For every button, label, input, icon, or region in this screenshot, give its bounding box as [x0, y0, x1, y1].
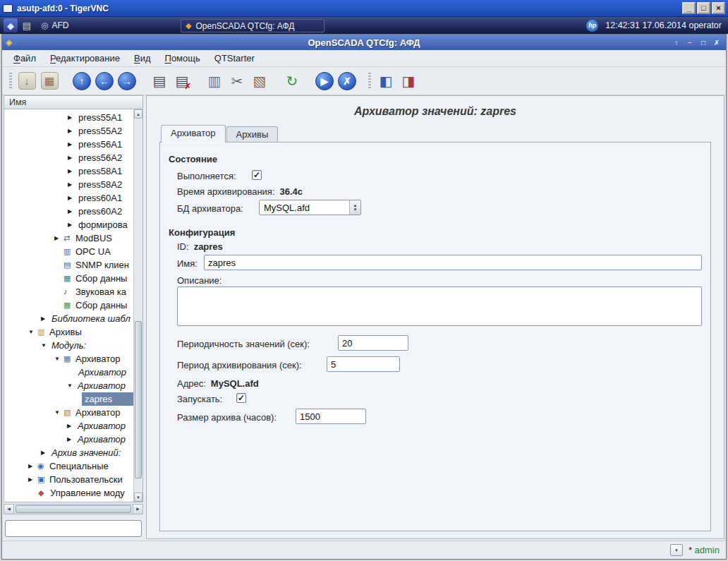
collapse-arrow-icon[interactable]: ▼: [67, 379, 76, 392]
tree-filter-input[interactable]: [5, 520, 142, 537]
up-button[interactable]: ↑: [71, 70, 93, 92]
tree-item[interactable]: ▶Библиотека шабл: [4, 312, 133, 325]
tree-item[interactable]: ▶press58A1: [4, 164, 133, 178]
vnc-minimize-button[interactable]: _: [682, 2, 696, 14]
taskbar-task-button[interactable]: ◆ OpenSCADA QTCfg: АФД: [181, 19, 324, 32]
combo-arrows-icon[interactable]: ▲▼: [349, 200, 360, 215]
vertical-scroll-thumb[interactable]: [135, 321, 142, 478]
afd-launcher[interactable]: ◎ AFD: [36, 18, 73, 32]
toolbar-handle[interactable]: [9, 73, 12, 90]
collapse-arrow-icon[interactable]: ▼: [54, 352, 63, 366]
archive-size-input[interactable]: [296, 409, 366, 424]
tree-item[interactable]: ▶press58A2: [4, 178, 133, 191]
add-item-button[interactable]: ▤: [148, 70, 171, 92]
tree-item[interactable]: ▤SNMP клиен: [4, 258, 133, 272]
expand-arrow-icon[interactable]: ▶: [54, 231, 63, 245]
tree-item[interactable]: ♪Звуковая ка: [4, 285, 133, 298]
tab-archives[interactable]: Архивы: [226, 126, 279, 143]
collapse-arrow-icon[interactable]: ▼: [54, 406, 63, 419]
window-close-button[interactable]: ✗: [711, 37, 722, 48]
tree-item[interactable]: ▶press55A2: [4, 124, 133, 138]
stop-button[interactable]: ✗: [336, 70, 358, 92]
start-button[interactable]: ▶: [313, 70, 336, 92]
tree-item[interactable]: ▼Архиватор: [4, 379, 133, 392]
menu-qtstarter[interactable]: QTStarter: [207, 51, 262, 66]
archiving-period-input[interactable]: [327, 357, 400, 371]
vnc-titlebar[interactable]: asutp-afd:0 - TigerVNC _ □ ×: [0, 0, 728, 17]
tree-item[interactable]: ▶Архиватор: [4, 419, 133, 433]
values-period-input[interactable]: [338, 335, 408, 351]
tree-item[interactable]: ▶press55A1: [4, 111, 133, 124]
tree-vertical-scrollbar[interactable]: ▲ ▼: [133, 109, 142, 502]
expand-arrow-icon[interactable]: ▶: [68, 191, 77, 205]
tree-item[interactable]: ▶▣Пользовательски: [4, 473, 133, 486]
collapse-arrow-icon[interactable]: ▼: [28, 325, 37, 339]
toolbar-handle[interactable]: [368, 73, 371, 90]
menu-file[interactable]: Файл: [6, 51, 43, 66]
tree-item[interactable]: ▶Архив значений:: [4, 446, 133, 459]
cut-button[interactable]: ✂: [226, 70, 248, 92]
expand-arrow-icon[interactable]: ▶: [68, 111, 77, 124]
tree-item[interactable]: ▶формирова: [4, 218, 133, 231]
expand-arrow-icon[interactable]: ▶: [68, 124, 77, 138]
tree-item[interactable]: ◆Управление моду: [4, 486, 133, 500]
tree-item[interactable]: ▶⇄ModBUS: [4, 231, 133, 245]
name-input[interactable]: [204, 255, 702, 270]
expand-arrow-icon[interactable]: ▶: [67, 419, 76, 433]
vnc-maximize-button[interactable]: □: [697, 2, 710, 14]
show-desktop-icon[interactable]: ▤: [20, 18, 34, 32]
expand-arrow-icon[interactable]: ▶: [68, 205, 77, 218]
tree-item[interactable]: ▦Сбор данны: [4, 272, 133, 285]
delete-item-button[interactable]: ▤✗: [171, 70, 193, 92]
window-shade-button[interactable]: ↑: [671, 37, 682, 48]
vca-button[interactable]: ◧: [375, 70, 397, 92]
start-menu-icon[interactable]: ◆: [4, 18, 18, 32]
app-titlebar[interactable]: ◈ OpenSCADA QTCfg: АФД ↑ − □ ✗: [2, 35, 726, 50]
tree-item[interactable]: ▼Модуль:: [4, 339, 133, 352]
scroll-left-arrow-icon[interactable]: ◀: [4, 505, 14, 514]
archiver-db-select[interactable]: MySQL.afd ▲▼: [259, 200, 361, 215]
window-maximize-button[interactable]: □: [698, 37, 709, 48]
forward-button[interactable]: →: [116, 70, 138, 92]
tree-column-header[interactable]: Имя: [4, 95, 143, 109]
tree-item[interactable]: ▼▦Архиватор: [4, 352, 133, 366]
expand-arrow-icon[interactable]: ▶: [41, 446, 50, 459]
tab-archiver[interactable]: Архиватор: [161, 125, 226, 143]
archiving-period-spinbox[interactable]: ▲▼: [327, 356, 400, 372]
tree-item[interactable]: ▶press60A2: [4, 205, 133, 218]
to-start-checkbox[interactable]: ✓: [236, 393, 246, 403]
tree-item[interactable]: Архиватор: [4, 366, 133, 379]
tree-item[interactable]: ▥OPC UA: [4, 245, 133, 258]
tree-item[interactable]: ▶press56A1: [4, 138, 133, 151]
tree-item[interactable]: ▼▥Архивы: [4, 325, 133, 339]
description-textarea[interactable]: [177, 286, 702, 326]
status-dropdown[interactable]: ▼: [670, 544, 683, 556]
scroll-down-arrow-icon[interactable]: ▼: [134, 493, 142, 502]
collapse-arrow-icon[interactable]: ▼: [41, 339, 50, 352]
menu-view[interactable]: Вид: [127, 51, 158, 66]
expand-arrow-icon[interactable]: ▶: [68, 164, 77, 178]
tree-item[interactable]: zapres: [4, 392, 133, 406]
running-checkbox[interactable]: ✓: [252, 170, 262, 180]
tree-item[interactable]: ▶◉Специальные: [4, 459, 133, 473]
expand-arrow-icon[interactable]: ▶: [28, 459, 37, 473]
tree-item[interactable]: ▶Архиватор: [4, 433, 133, 446]
horizontal-scroll-thumb[interactable]: [16, 505, 131, 513]
save-button[interactable]: ▦: [38, 70, 61, 92]
expand-arrow-icon[interactable]: ▶: [68, 218, 77, 231]
menu-edit[interactable]: Редактирование: [43, 51, 127, 66]
tree-item[interactable]: ▶press60A1: [4, 191, 133, 205]
expand-arrow-icon[interactable]: ▶: [68, 178, 77, 191]
window-minimize-button[interactable]: −: [684, 37, 696, 48]
scroll-up-arrow-icon[interactable]: ▲: [134, 109, 142, 119]
load-button[interactable]: ↓: [16, 70, 38, 92]
refresh-button[interactable]: ↻: [281, 70, 303, 92]
tree-horizontal-scrollbar[interactable]: ◀ ▶: [4, 504, 143, 514]
menu-help[interactable]: Помощь: [158, 51, 207, 66]
expand-arrow-icon[interactable]: ▶: [28, 473, 37, 486]
expand-arrow-icon[interactable]: ▶: [68, 138, 77, 151]
back-button[interactable]: ←: [93, 70, 116, 92]
expand-arrow-icon[interactable]: ▶: [68, 151, 77, 164]
expand-arrow-icon[interactable]: ▶: [67, 433, 76, 446]
qtstarter-config-button[interactable]: ◨: [397, 70, 420, 92]
